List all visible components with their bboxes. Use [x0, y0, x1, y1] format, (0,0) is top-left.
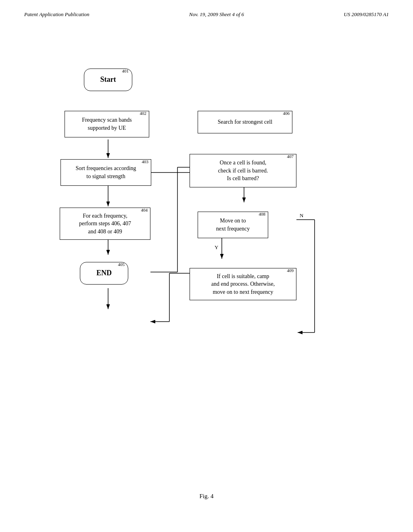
- svg-text:Y: Y: [215, 244, 219, 250]
- text-405: END: [96, 268, 112, 278]
- header-left: Patent Application Publication: [24, 11, 90, 18]
- label-404: 404: [141, 207, 148, 213]
- node-401: 401 Start: [84, 69, 132, 91]
- text-402: Frequency scan bandssupported by UE: [82, 116, 132, 132]
- node-407: 407 Once a cell is found,check if cell i…: [190, 154, 296, 187]
- label-408: 408: [259, 211, 266, 217]
- node-402: 402 Frequency scan bandssupported by UE: [65, 111, 149, 137]
- flowchart-diagram: Y N 401 Start 402 Frequency scan bandssu…: [24, 48, 389, 459]
- label-401: 401: [122, 68, 129, 74]
- node-409: 409 If cell is suitable, campand end pro…: [190, 268, 296, 300]
- node-404: 404 For each frequency,perform steps 406…: [60, 208, 150, 240]
- text-408: Move on tonext frequency: [216, 217, 250, 233]
- header-right: US 2009/0285170 A1: [344, 11, 389, 18]
- text-401: Start: [100, 75, 116, 85]
- header-center: Nov. 19, 2009 Sheet 4 of 6: [189, 11, 244, 18]
- label-403: 403: [142, 159, 149, 165]
- text-403: Sort frequencies accordingto signal stre…: [75, 164, 136, 180]
- label-409: 409: [287, 268, 294, 274]
- svg-text:N: N: [300, 212, 304, 218]
- node-405: 405 END: [80, 262, 128, 285]
- figure-caption: Fig. 4: [199, 493, 213, 500]
- text-409: If cell is suitable, campand end process…: [211, 272, 275, 296]
- text-404: For each frequency,perform steps 406, 40…: [79, 212, 131, 236]
- label-405: 405: [118, 262, 125, 268]
- node-406: 406 Search for strongest cell: [198, 111, 292, 133]
- node-408: 408 Move on tonext frequency: [198, 212, 268, 238]
- text-407: Once a cell is found,check if cell is ba…: [218, 159, 268, 183]
- flowchart-arrows: Y N: [24, 48, 389, 459]
- label-407: 407: [287, 154, 294, 160]
- node-403: 403 Sort frequencies accordingto signal …: [60, 159, 151, 186]
- label-406: 406: [283, 110, 290, 116]
- text-406: Search for strongest cell: [218, 118, 273, 126]
- label-402: 402: [140, 110, 147, 116]
